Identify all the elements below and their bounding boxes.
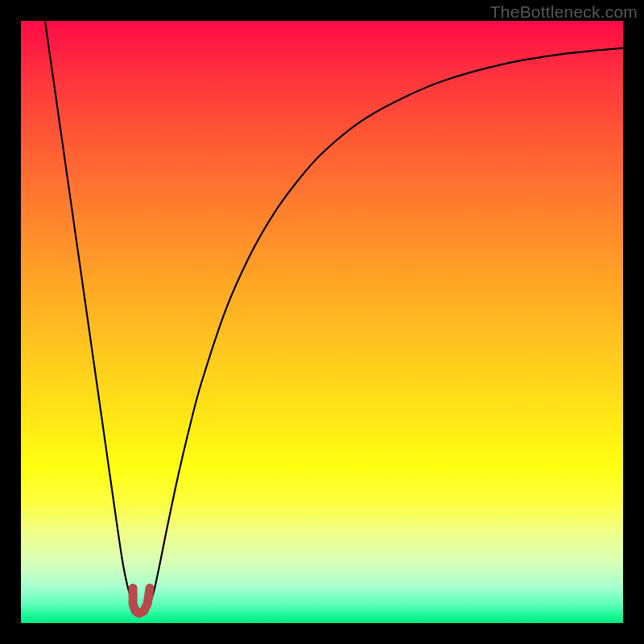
chart-svg [21, 21, 623, 623]
watermark-text: TheBottleneck.com [490, 2, 638, 22]
minimum-marker [133, 588, 150, 613]
chart-frame [21, 21, 623, 623]
bottleneck-curve [45, 21, 623, 614]
